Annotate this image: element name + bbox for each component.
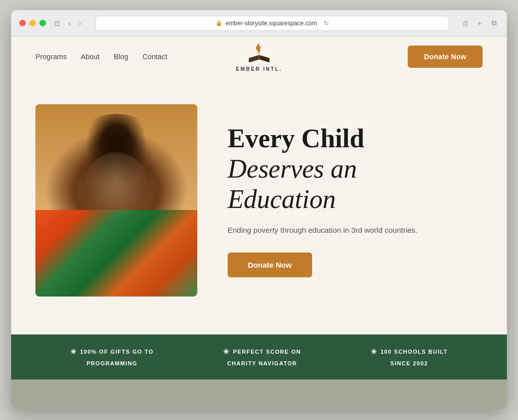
nav-programs[interactable]: Programs bbox=[35, 53, 67, 61]
maximize-button[interactable] bbox=[39, 20, 46, 26]
nav-contact[interactable]: Contact bbox=[143, 53, 167, 61]
back-button[interactable]: ‹ bbox=[66, 17, 73, 29]
donate-now-hero-button[interactable]: Donate Now bbox=[228, 253, 312, 277]
logo-center: EMBER INTL. bbox=[236, 42, 282, 72]
stat-label-1b: PROGRAMMING bbox=[87, 359, 138, 368]
hero-title-italic: Deserves an Education bbox=[228, 154, 357, 214]
donate-now-header-button[interactable]: Donate Now bbox=[408, 46, 483, 68]
browser-controls: ⊡ ‹ › bbox=[52, 17, 83, 29]
stat-label-3b: SINCE 2002 bbox=[391, 359, 428, 368]
stat-icon-2: ✳ bbox=[223, 347, 230, 357]
hero-title-line1: Every Child bbox=[228, 124, 364, 153]
forward-button[interactable]: › bbox=[77, 17, 83, 29]
close-button[interactable] bbox=[19, 20, 26, 26]
stat-label-1a: 100% OF GIFTS GO TO bbox=[80, 348, 153, 356]
browser-window: ⊡ ‹ › 🔒 ember-storysite.squarespace.com … bbox=[11, 10, 507, 410]
hero-title-line2: Deserves an bbox=[228, 154, 357, 183]
nav-blog[interactable]: Blog bbox=[114, 53, 128, 61]
site-content: Programs About Blog Contact bbox=[11, 36, 507, 410]
minimize-button[interactable] bbox=[29, 20, 36, 26]
stats-bar: ✳ 100% OF GIFTS GO TO PROGRAMMING ✳ PERF… bbox=[11, 334, 507, 380]
hero-title-line3: Education bbox=[228, 185, 336, 214]
stat-item-navigator: ✳ PERFECT SCORE ON CHARITY NAVIGATOR bbox=[223, 347, 301, 368]
bottom-section bbox=[11, 380, 507, 410]
browser-chrome: ⊡ ‹ › 🔒 ember-storysite.squarespace.com … bbox=[11, 10, 507, 36]
stat-icon-1: ✳ bbox=[70, 347, 77, 357]
hero-subtitle: Ending poverty through education in 3rd … bbox=[228, 224, 483, 236]
site-header: Programs About Blog Contact bbox=[11, 36, 507, 77]
hero-section: Every Child Deserves an Education Ending… bbox=[11, 77, 507, 334]
window-layout-button[interactable]: ⊡ bbox=[52, 17, 62, 29]
lock-icon: 🔒 bbox=[215, 20, 223, 26]
duplicate-button[interactable]: ⧉ bbox=[490, 17, 499, 29]
address-bar[interactable]: 🔒 ember-storysite.squarespace.com ↻ bbox=[95, 16, 449, 31]
url-text: ember-storysite.squarespace.com bbox=[226, 20, 317, 27]
stat-item-schools: ✳ 100 SCHOOLS BUILT SINCE 2002 bbox=[371, 347, 448, 368]
stat-label-2b: CHARITY NAVIGATOR bbox=[227, 359, 297, 368]
browser-actions: ⎙ + ⧉ bbox=[461, 17, 499, 29]
nav-about[interactable]: About bbox=[81, 53, 100, 61]
stat-icon-3: ✳ bbox=[371, 347, 377, 357]
hero-image bbox=[35, 104, 197, 297]
stat-label-3a: 100 SCHOOLS BUILT bbox=[380, 348, 448, 356]
stat-item-programming: ✳ 100% OF GIFTS GO TO PROGRAMMING bbox=[70, 347, 154, 368]
logo-text: EMBER INTL. bbox=[236, 66, 282, 72]
logo-icon bbox=[246, 42, 272, 64]
hero-title: Every Child Deserves an Education bbox=[228, 123, 483, 214]
traffic-lights bbox=[19, 20, 46, 26]
hero-image-container bbox=[35, 104, 197, 297]
stat-label-2a: PERFECT SCORE ON bbox=[233, 348, 301, 356]
nav-links: Programs About Blog Contact bbox=[35, 53, 167, 61]
new-tab-button[interactable]: + bbox=[476, 17, 484, 29]
reload-icon[interactable]: ↻ bbox=[324, 20, 329, 27]
share-button[interactable]: ⎙ bbox=[461, 17, 469, 29]
hero-content: Every Child Deserves an Education Ending… bbox=[228, 123, 483, 277]
